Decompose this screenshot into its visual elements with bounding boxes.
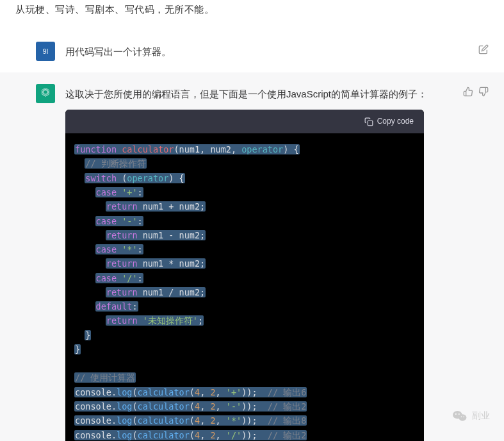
thumbs-down-icon[interactable] — [478, 87, 489, 97]
assistant-message-text: 这取决于您所使用的编程语言，但是下面是一个使用JavaScript的简单计算器的… — [65, 87, 453, 102]
copy-code-button[interactable]: Copy code — [364, 115, 414, 128]
code-body: function calculator(num1, num2, operator… — [65, 133, 424, 441]
assistant-avatar — [36, 84, 55, 103]
user-avatar: 9I — [36, 42, 55, 61]
copy-code-label: Copy code — [377, 115, 414, 128]
svg-rect-1 — [368, 121, 373, 126]
thumbs-up-icon[interactable] — [463, 87, 473, 97]
wechat-icon — [453, 409, 467, 423]
openai-logo-icon — [38, 87, 53, 101]
code-block-header: Copy code — [65, 110, 424, 133]
watermark-text: 副业 — [472, 410, 490, 422]
assistant-message-actions — [463, 84, 489, 97]
svg-point-4 — [455, 413, 457, 415]
intro-text: 从玩梗、写诗、写剧本、写代码，无所不能。 — [0, 0, 504, 30]
user-message-text: 用代码写出一个计算器。 — [65, 42, 468, 60]
svg-point-3 — [459, 414, 466, 420]
svg-point-7 — [463, 416, 464, 417]
edit-icon[interactable] — [478, 44, 489, 54]
wechat-watermark: 副业 — [453, 409, 490, 423]
user-message-actions — [478, 42, 489, 54]
assistant-message-content: 这取决于您所使用的编程语言，但是下面是一个使用JavaScript的简单计算器的… — [65, 84, 453, 441]
svg-point-5 — [459, 413, 460, 415]
svg-point-6 — [461, 416, 462, 417]
code-block: Copy code function calculator(num1, num2… — [65, 110, 424, 441]
assistant-message-row: 这取决于您所使用的编程语言，但是下面是一个使用JavaScript的简单计算器的… — [0, 72, 504, 441]
chat-container: 9I 用代码写出一个计算器。 这取决于您所使用的编程语言，但是下面是一个使用Ja… — [0, 30, 504, 441]
user-message-row: 9I 用代码写出一个计算器。 — [0, 30, 504, 72]
clipboard-icon — [364, 117, 373, 126]
